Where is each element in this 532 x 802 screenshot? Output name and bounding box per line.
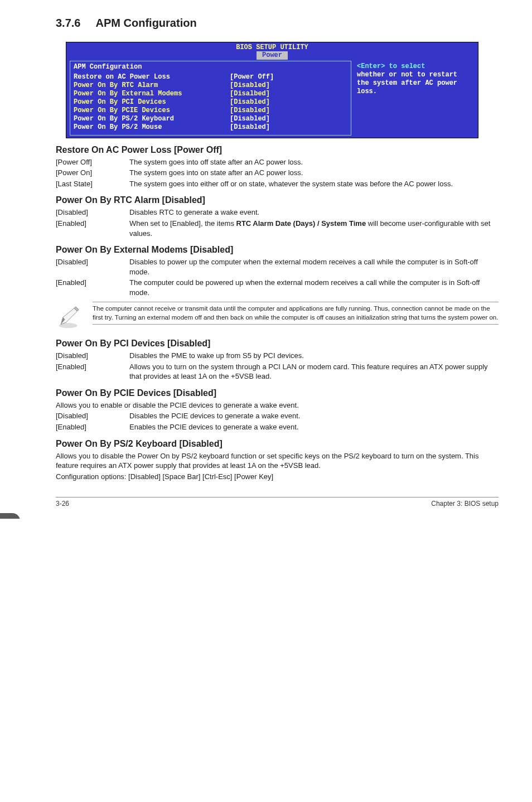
option-value: Allows you to turn on the system through…: [129, 362, 499, 381]
svg-marker-1: [61, 308, 77, 325]
option-heading: Power On By PCIE Devices [Disabled]: [56, 388, 499, 398]
option-row: [Last State]The system goes into either …: [56, 179, 499, 189]
bios-row: Power On By External Modems[Disalbed]: [74, 90, 347, 98]
option-key: [Enabled]: [56, 278, 129, 297]
option-row: [Enabled]The computer could be powered u…: [56, 278, 499, 297]
option-key: [Power Off]: [56, 157, 129, 167]
bios-row-value: [Disabled]: [230, 123, 270, 132]
option-key: [Enabled]: [56, 219, 129, 238]
option-heading: Restore On AC Power Loss [Power Off]: [56, 145, 499, 155]
option-row: [Power Off]The system goes into off stat…: [56, 157, 499, 167]
bios-row: Power On By PS/2 Keyboard[Disabled]: [74, 115, 347, 123]
page-number: 3-26: [56, 500, 69, 508]
option-row: [Disabled]Disables to power up the compu…: [56, 257, 499, 277]
bios-row-label: Power On By RTC Alarm: [74, 81, 230, 90]
footer-chapter: Chapter 3: BIOS setup: [431, 500, 499, 508]
option-value: Disables the PCIE devices to generate a …: [129, 411, 499, 421]
option-key: [Enabled]: [56, 422, 129, 432]
option-key: [Disabled]: [56, 257, 129, 277]
option-row: [Disabled]Disables the PCIE devices to g…: [56, 411, 499, 421]
bios-row-value: [Disabled]: [230, 81, 270, 90]
option-value: The computer could be powered up when th…: [129, 278, 499, 297]
option-paragraph: Configuration options: [Disabled] [Space…: [56, 472, 499, 482]
option-key: [Power On]: [56, 168, 129, 178]
option-row: [Enabled]Allows you to turn on the syste…: [56, 362, 499, 381]
section-heading: 3.7.6 APM Configuration: [56, 17, 499, 30]
option-row: [Disabled]Disables the PME to wake up fr…: [56, 351, 499, 361]
option-key: [Disabled]: [56, 207, 129, 218]
bios-row-label: Power On By External Modems: [74, 90, 230, 98]
bios-title: BIOS SETUP UTILITY Power: [66, 42, 478, 61]
bios-row-value: [Disalbed]: [230, 90, 270, 98]
note-text: The computer cannot receive or transmit …: [93, 302, 499, 324]
bios-left-pane: APM Configuration Restore on AC Power Lo…: [70, 61, 351, 136]
option-key: [Enabled]: [56, 362, 129, 381]
section-number: 3.7.6: [56, 17, 80, 29]
bios-row: Power On By RTC Alarm[Disabled]: [74, 81, 347, 90]
option-row: [Disabled]Disables RTC to generate a wak…: [56, 207, 499, 218]
option-value: When set to [Enabled], the items RTC Ala…: [129, 219, 499, 238]
option-value: The system goes into on state after an A…: [129, 168, 499, 178]
bios-help-desc: whether or not to restart the system aft…: [357, 71, 457, 95]
bios-row: Power On By PCI Devices[Disabled]: [74, 98, 347, 107]
bios-help-key: <Enter>: [357, 62, 385, 70]
bios-row-label: Restore on AC Power Loss: [74, 73, 230, 81]
page-footer: 3-26 Chapter 3: BIOS setup: [56, 497, 499, 508]
option-key: [Disabled]: [56, 351, 129, 361]
bios-row: Restore on AC Power Loss[Power Off]: [74, 73, 347, 81]
bios-row-label: Power On By PCIE Devices: [74, 107, 230, 115]
option-row: [Enabled]When set to [Enabled], the item…: [56, 219, 499, 238]
bios-row-value: [Disabled]: [230, 107, 270, 115]
option-value: The system goes into off state after an …: [129, 157, 499, 167]
bios-help-pane: <Enter> to select whether or not to rest…: [355, 61, 475, 136]
bios-title-text: BIOS SETUP UTILITY: [236, 44, 308, 51]
option-heading: Power On By RTC Alarm [Disabled]: [56, 195, 499, 205]
bios-screenshot: BIOS SETUP UTILITY Power APM Configurati…: [66, 42, 478, 138]
option-value: Disables the PME to wake up from S5 by P…: [129, 351, 499, 361]
option-row: [Enabled]Enables the PCIE devices to gen…: [56, 422, 499, 432]
pencil-note-icon: [56, 302, 83, 332]
bios-active-tab: Power: [257, 51, 288, 59]
section-title-text: APM Configuration: [96, 17, 197, 29]
bios-row-value: [Disabled]: [230, 98, 270, 107]
chapter-side-tab: Chapter 3: [0, 513, 20, 519]
bios-row: Power On By PS/2 Mouse[Disabled]: [74, 123, 347, 132]
bios-row-label: Power On By PS/2 Mouse: [74, 123, 230, 132]
option-heading: Power On By External Modems [Disabled]: [56, 245, 499, 255]
bios-row: Power On By PCIE Devices[Disabled]: [74, 107, 347, 115]
note-callout: The computer cannot receive or transmit …: [56, 302, 499, 332]
option-row: [Power On]The system goes into on state …: [56, 168, 499, 178]
bios-pane-title: APM Configuration: [74, 63, 347, 71]
option-paragraph: Allows you to disable the Power On by PS…: [56, 451, 499, 471]
bios-row-value: [Disabled]: [230, 115, 270, 123]
option-heading: Power On By PCI Devices [Disabled]: [56, 339, 499, 349]
option-value: The system goes into either off or on st…: [129, 179, 499, 189]
option-intro: Allows you to enable or disable the PCIE…: [56, 400, 499, 410]
option-value: Disables to power up the computer when t…: [129, 257, 499, 277]
bios-row-label: Power On By PCI Devices: [74, 98, 230, 107]
bios-row-label: Power On By PS/2 Keyboard: [74, 115, 230, 123]
bios-row-value: [Power Off]: [230, 73, 274, 81]
option-value: Enables the PCIE devices to generate a w…: [129, 422, 499, 432]
bios-help-text: to select: [385, 62, 425, 70]
option-key: [Disabled]: [56, 411, 129, 421]
option-key: [Last State]: [56, 179, 129, 189]
option-value: Disables RTC to generate a wake event.: [129, 207, 499, 218]
option-heading: Power On By PS/2 Keyboard [Disabled]: [56, 439, 499, 449]
